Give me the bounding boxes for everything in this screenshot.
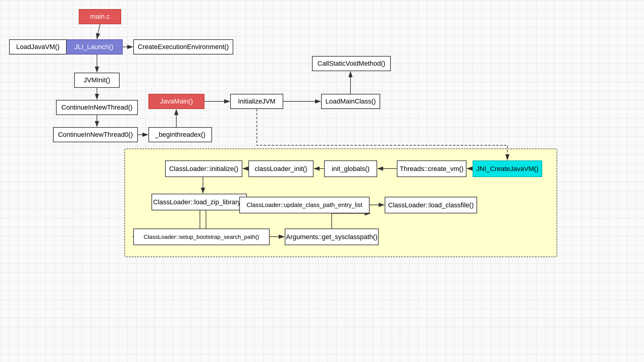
node-classloader-update: ClassLoader::update_class_path_entry_lis… <box>239 197 370 213</box>
node-classloader-setup: ClassLoader::setup_bootstrap_search_path… <box>133 229 270 245</box>
node-classloader-load-zip: ClassLoader::load_zip_library() <box>151 194 247 210</box>
node-classloader-init: classLoader_init() <box>248 160 314 177</box>
node-continue-new-thread0: ContinueInNewThread0() <box>53 127 138 142</box>
node-initialize-jvm: InitializeJVM <box>230 94 283 109</box>
diagram-canvas: main.c JLI_Launch() LoadJavaVM() CreateE… <box>0 0 644 362</box>
node-create-exec-env: CreateExecutionEnvironment() <box>133 39 233 54</box>
node-loadjavavm: LoadJavaVM() <box>9 39 67 54</box>
node-classloader-initialize: ClassLoader::initialize() <box>165 160 242 177</box>
node-jni-create-javavm: JNI_CreateJavaVM() <box>473 160 542 177</box>
node-load-main-class: LoadMainClass() <box>321 94 380 109</box>
node-mainc: main.c <box>79 9 121 24</box>
node-jli-launch: JLI_Launch() <box>65 39 123 54</box>
node-init-globals: init_globals() <box>324 160 377 177</box>
node-javamain: JavaMain() <box>148 94 204 109</box>
svg-line-0 <box>97 24 100 39</box>
node-classloader-load-classfile: ClassLoader::load_classfile() <box>385 197 477 213</box>
node-threads-create-vm: Threads::create_vm() <box>397 160 466 177</box>
node-continue-new-thread: ContinueInNewThread() <box>56 100 138 115</box>
node-beginthreadex: _beginthreadex() <box>148 127 212 142</box>
node-call-static-void: CallStaticVoidMethod() <box>312 56 391 71</box>
node-jvminit: JVMInit() <box>74 73 120 88</box>
node-args-get-sysclasspath: Arguments::get_sysclasspath() <box>285 229 379 245</box>
